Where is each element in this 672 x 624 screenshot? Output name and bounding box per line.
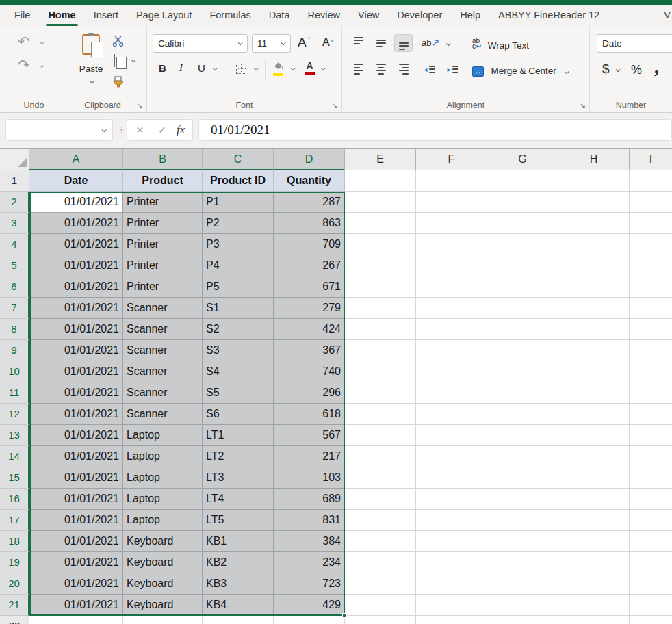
cell-quantity[interactable]: 723 — [274, 573, 345, 595]
cell-product[interactable]: Laptop — [123, 510, 203, 531]
empty-cell[interactable] — [345, 467, 416, 489]
empty-cell[interactable] — [416, 213, 487, 234]
empty-cell[interactable] — [487, 319, 558, 340]
column-header-f[interactable]: F — [416, 149, 487, 170]
cell-product-id[interactable]: KB4 — [203, 595, 274, 616]
format-painter-icon[interactable] — [112, 75, 125, 89]
empty-cell[interactable] — [487, 489, 558, 510]
row-header[interactable]: 4 — [0, 234, 29, 255]
empty-cell[interactable] — [558, 234, 630, 255]
empty-cell[interactable] — [558, 361, 630, 382]
empty-cell[interactable] — [29, 616, 123, 624]
empty-cell[interactable] — [487, 467, 558, 489]
empty-cell[interactable] — [630, 446, 672, 467]
column-header-g[interactable]: G — [487, 149, 558, 170]
cell-quantity[interactable]: 709 — [274, 234, 345, 255]
font-size-select[interactable]: 11 — [252, 34, 291, 53]
empty-cell[interactable] — [416, 531, 487, 552]
tab-data[interactable]: Data — [260, 5, 299, 26]
redo-dropdown-icon[interactable] — [40, 63, 44, 68]
row-header[interactable]: 9 — [0, 340, 29, 361]
empty-cell[interactable] — [630, 467, 672, 489]
cell-date[interactable]: 01/01/2021 — [29, 510, 123, 531]
cell-date[interactable]: 01/01/2021 — [29, 192, 123, 213]
empty-cell[interactable] — [558, 298, 630, 319]
tab-view[interactable]: View — [349, 5, 388, 26]
empty-cell[interactable] — [345, 425, 416, 446]
tab-formulas[interactable]: Formulas — [201, 5, 259, 26]
cell-quantity[interactable]: 831 — [274, 510, 345, 531]
column-header-i[interactable]: I — [630, 149, 672, 170]
empty-cell[interactable] — [345, 552, 416, 573]
column-header-b[interactable]: B — [123, 149, 203, 170]
row-header[interactable]: 6 — [0, 276, 29, 298]
cell-date[interactable]: 01/01/2021 — [29, 425, 123, 446]
font-family-select[interactable]: Calibri — [153, 34, 248, 53]
cell-product-id[interactable]: S1 — [203, 298, 274, 319]
fill-color-icon[interactable] — [273, 60, 284, 76]
name-box[interactable] — [5, 119, 113, 141]
orientation-icon[interactable]: ab↗ — [422, 37, 439, 48]
font-color-icon[interactable]: A — [305, 60, 315, 75]
currency-dropdown-icon[interactable] — [616, 67, 621, 72]
empty-cell[interactable] — [487, 340, 558, 361]
cell-date[interactable]: 01/01/2021 — [29, 446, 123, 467]
cell-quantity[interactable]: 279 — [274, 298, 345, 319]
cell-product[interactable]: Laptop — [123, 489, 203, 510]
tab-developer[interactable]: Developer — [388, 5, 451, 26]
empty-cell[interactable] — [630, 170, 672, 192]
empty-cell[interactable] — [487, 213, 558, 234]
empty-cell[interactable] — [416, 255, 487, 276]
empty-cell[interactable] — [630, 552, 672, 573]
empty-cell[interactable] — [558, 552, 630, 573]
empty-cell[interactable] — [416, 446, 487, 467]
empty-cell[interactable] — [416, 298, 487, 319]
empty-cell[interactable] — [345, 573, 416, 595]
empty-cell[interactable] — [558, 255, 630, 276]
empty-cell[interactable] — [416, 510, 487, 531]
empty-cell[interactable] — [630, 489, 672, 510]
row-header[interactable]: 20 — [0, 573, 29, 595]
empty-cell[interactable] — [558, 382, 630, 404]
empty-cell[interactable] — [630, 192, 672, 213]
italic-button[interactable]: I — [179, 62, 183, 74]
empty-cell[interactable] — [416, 404, 487, 425]
empty-cell[interactable] — [558, 213, 630, 234]
empty-cell[interactable] — [416, 467, 487, 489]
empty-cell[interactable] — [345, 234, 416, 255]
empty-cell[interactable] — [345, 595, 416, 616]
row-header[interactable]: 5 — [0, 255, 29, 276]
cell-product[interactable]: Printer — [123, 234, 203, 255]
borders-dropdown-icon[interactable] — [254, 66, 259, 70]
empty-cell[interactable] — [345, 298, 416, 319]
empty-cell[interactable] — [416, 192, 487, 213]
row-header[interactable]: 2 — [0, 192, 29, 213]
empty-cell[interactable] — [416, 573, 487, 595]
underline-dropdown-icon[interactable] — [213, 66, 218, 70]
align-left-icon[interactable] — [349, 60, 367, 78]
cell-product[interactable]: Scanner — [123, 382, 203, 404]
tab-page-layout[interactable]: Page Layout — [127, 5, 201, 26]
empty-cell[interactable] — [558, 425, 630, 446]
row-header[interactable]: 10 — [0, 361, 29, 382]
empty-cell[interactable] — [630, 573, 672, 595]
cut-icon[interactable] — [112, 36, 124, 47]
cell-product[interactable]: Laptop — [123, 425, 203, 446]
empty-cell[interactable] — [630, 255, 672, 276]
empty-cell[interactable] — [558, 446, 630, 467]
empty-cell[interactable] — [416, 276, 487, 298]
cell-date[interactable]: 01/01/2021 — [29, 255, 123, 276]
cell-date[interactable]: 01/01/2021 — [29, 531, 123, 552]
cell-product[interactable]: Laptop — [123, 446, 203, 467]
empty-cell[interactable] — [416, 425, 487, 446]
percent-icon[interactable]: % — [631, 63, 642, 77]
empty-cell[interactable] — [558, 573, 630, 595]
borders-icon[interactable] — [236, 64, 246, 74]
empty-cell[interactable] — [487, 616, 558, 624]
row-header[interactable]: 16 — [0, 489, 29, 510]
empty-cell[interactable] — [487, 510, 558, 531]
empty-cell[interactable] — [345, 616, 416, 624]
cell-product[interactable]: Printer — [123, 213, 203, 234]
enter-icon[interactable]: ✓ — [158, 120, 167, 140]
cell-product[interactable]: Printer — [123, 276, 203, 298]
